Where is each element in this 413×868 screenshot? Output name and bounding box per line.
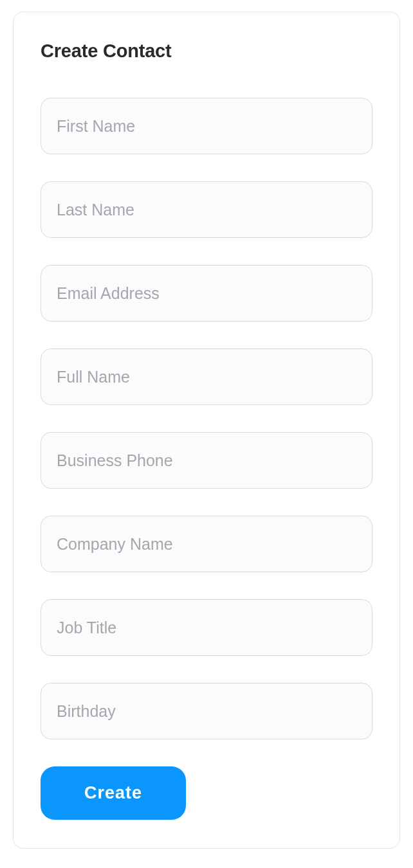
first-name-input[interactable] [41,98,372,154]
create-button[interactable]: Create [41,766,186,820]
last-name-input[interactable] [41,181,372,238]
email-input[interactable] [41,265,372,321]
business-phone-input[interactable] [41,432,372,489]
birthday-input[interactable] [41,683,372,739]
company-name-input[interactable] [41,516,372,572]
job-title-input[interactable] [41,599,372,656]
full-name-input[interactable] [41,348,372,405]
create-contact-card: Create Contact Create [13,12,400,849]
card-title: Create Contact [41,41,372,62]
